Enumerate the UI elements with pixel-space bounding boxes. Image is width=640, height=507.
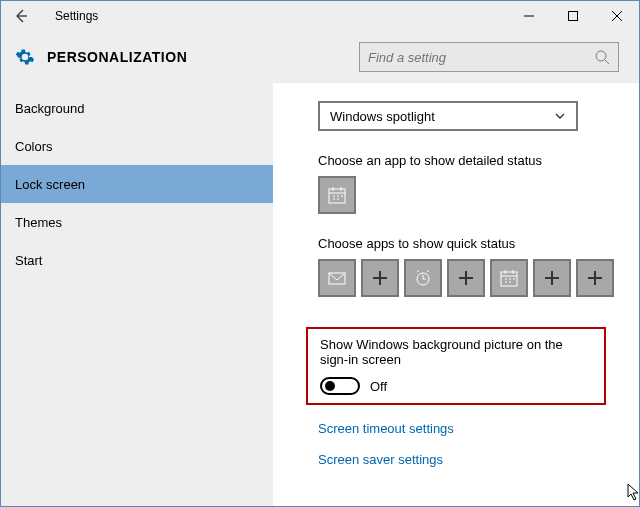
quick-status-add-1[interactable] [361,259,399,297]
search-box[interactable] [359,42,619,72]
screen-saver-link[interactable]: Screen saver settings [318,452,619,467]
page-title: PERSONALIZATION [47,49,187,65]
svg-rect-0 [569,12,578,21]
quick-status-label: Choose apps to show quick status [318,236,619,251]
quick-status-add-4[interactable] [576,259,614,297]
window-title: Settings [55,9,98,23]
sidebar-item-lock-screen[interactable]: Lock screen [1,165,273,203]
plus-icon [370,268,390,288]
sidebar: Background Colors Lock screen Themes Sta… [1,83,273,507]
maximize-button[interactable] [551,1,595,31]
screen-timeout-link[interactable]: Screen timeout settings [318,421,619,436]
sidebar-item-start[interactable]: Start [1,241,273,279]
back-button[interactable] [7,2,35,30]
plus-icon [585,268,605,288]
cursor-icon [627,483,639,501]
titlebar: Settings [1,1,639,31]
quick-status-add-3[interactable] [533,259,571,297]
sidebar-item-background[interactable]: Background [1,89,273,127]
toggle-state-text: Off [370,379,387,394]
gear-icon [15,47,35,67]
calendar-icon [327,185,347,205]
close-button[interactable] [595,1,639,31]
plus-icon [456,268,476,288]
minimize-button[interactable] [507,1,551,31]
quick-status-calendar[interactable] [490,259,528,297]
signin-picture-toggle[interactable] [320,377,360,395]
svg-point-1 [596,51,606,61]
background-dropdown[interactable]: Windows spotlight [318,101,578,131]
back-arrow-icon [13,8,29,24]
window-controls [507,1,639,31]
minimize-icon [524,11,534,21]
plus-icon [542,268,562,288]
quick-status-mail[interactable] [318,259,356,297]
quick-status-alarm[interactable] [404,259,442,297]
sidebar-item-colors[interactable]: Colors [1,127,273,165]
close-icon [612,11,622,21]
search-icon [594,49,610,65]
content-pane: Windows spotlight Choose an app to show … [273,83,639,507]
dropdown-value: Windows spotlight [330,109,435,124]
sidebar-item-themes[interactable]: Themes [1,203,273,241]
signin-picture-label: Show Windows background picture on the s… [320,337,594,367]
mail-icon [327,268,347,288]
header: PERSONALIZATION [1,31,639,83]
detailed-status-label: Choose an app to show detailed status [318,153,619,168]
maximize-icon [568,11,578,21]
highlight-box: Show Windows background picture on the s… [306,327,606,405]
calendar-icon [499,268,519,288]
alarm-icon [413,268,433,288]
quick-status-add-2[interactable] [447,259,485,297]
detailed-status-app-calendar[interactable] [318,176,356,214]
toggle-knob [325,381,335,391]
search-input[interactable] [368,50,594,65]
chevron-down-icon [554,110,566,122]
